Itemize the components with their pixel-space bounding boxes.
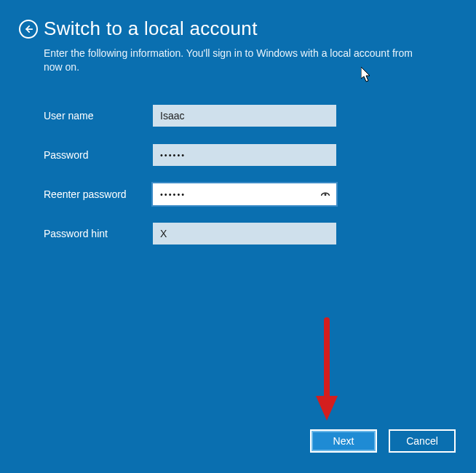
row-username: User name: [44, 105, 349, 127]
password-hint-input[interactable]: [153, 223, 336, 245]
svg-marker-3: [316, 396, 338, 421]
back-arrow-icon: [23, 24, 33, 34]
back-button[interactable]: [19, 20, 38, 39]
password-input[interactable]: [153, 144, 336, 166]
header: Switch to a local account: [19, 17, 258, 40]
next-button[interactable]: Next: [310, 429, 377, 453]
password-reveal-button[interactable]: [319, 188, 332, 201]
form: User name Password Reenter password Pass…: [44, 105, 349, 262]
password-reveal-icon: [320, 188, 331, 200]
label-username: User name: [44, 110, 153, 122]
field-wrap-password: [153, 144, 336, 166]
row-reenter: Reenter password: [44, 183, 349, 205]
page-subtitle: Enter the following information. You'll …: [44, 47, 432, 74]
username-input[interactable]: [153, 105, 336, 127]
page-title: Switch to a local account: [44, 17, 258, 40]
label-reenter: Reenter password: [44, 188, 153, 200]
label-hint: Password hint: [44, 228, 153, 239]
cancel-button[interactable]: Cancel: [389, 429, 456, 453]
label-password: Password: [44, 149, 153, 161]
field-wrap-hint: [153, 223, 336, 245]
field-wrap-reenter: [153, 183, 336, 205]
red-arrow-annotation: [313, 317, 341, 425]
footer: Next Cancel: [310, 429, 456, 453]
reenter-password-input[interactable]: [153, 183, 336, 205]
svg-point-1: [325, 194, 327, 196]
row-password: Password: [44, 144, 349, 166]
row-hint: Password hint: [44, 223, 349, 245]
field-wrap-username: [153, 105, 336, 127]
